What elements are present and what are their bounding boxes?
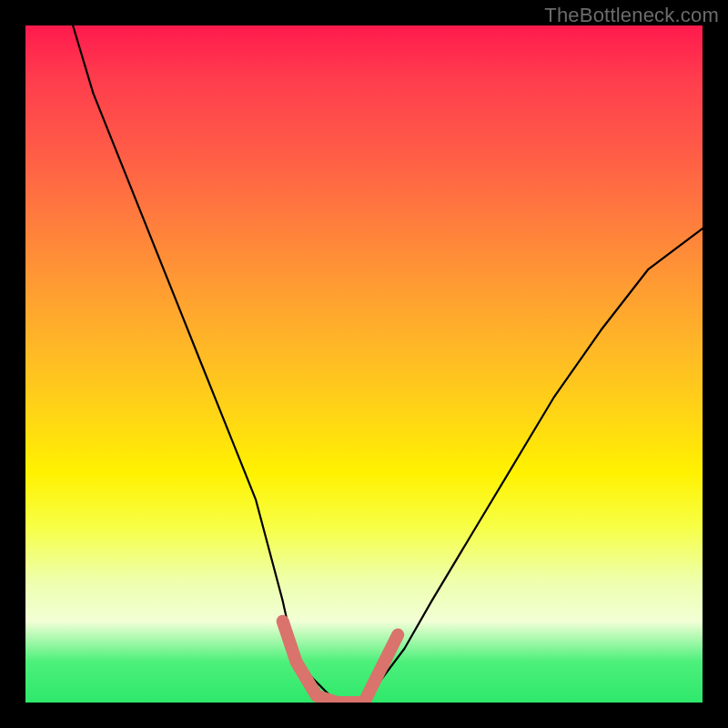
valley-highlight: [283, 622, 399, 703]
chart-svg: [25, 25, 703, 703]
plot-area: [25, 25, 703, 703]
chart-frame: TheBottleneck.com: [0, 0, 728, 728]
bottleneck-curve: [73, 25, 703, 703]
watermark-text: TheBottleneck.com: [544, 4, 719, 27]
